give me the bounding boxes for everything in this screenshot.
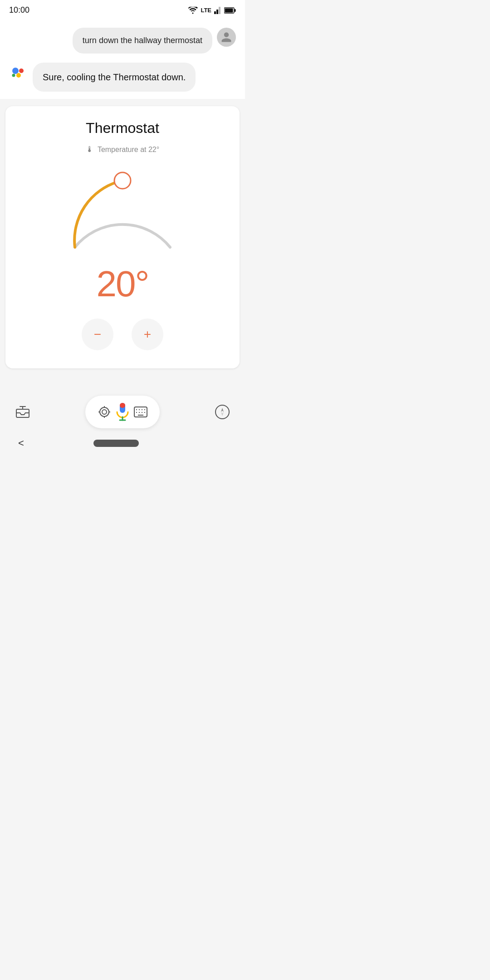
back-button[interactable]: < (18, 437, 24, 449)
user-bubble: turn down the hallway thermostat (73, 28, 212, 54)
svg-marker-34 (221, 408, 224, 412)
status-icons: LTE (188, 7, 236, 14)
temperature-display: 20° (15, 263, 230, 305)
svg-marker-0 (214, 11, 216, 14)
signal-icon (214, 7, 221, 14)
thermometer-icon: 🌡 (86, 145, 94, 154)
nav-bar: < (0, 433, 245, 458)
decrease-button[interactable]: − (82, 318, 113, 350)
svg-marker-2 (219, 7, 220, 14)
microphone-icon[interactable] (113, 402, 132, 422)
svg-point-6 (12, 68, 19, 74)
thermostat-card: Thermostat 🌡 Temperature at 22° 20° − + (5, 106, 240, 368)
battery-icon (224, 7, 236, 14)
chat-area: turn down the hallway thermostat Sure, c… (0, 19, 245, 99)
temperature-label-text: Temperature at 22° (98, 146, 159, 154)
lens-icon[interactable] (96, 404, 113, 420)
outer-toolbar (0, 385, 245, 433)
thermostat-dial[interactable] (50, 159, 195, 259)
controls-row: − + (15, 318, 230, 350)
inbox-icon[interactable] (14, 403, 32, 421)
google-assistant-logo (9, 63, 28, 82)
bottom-area: < (0, 376, 245, 458)
svg-point-7 (19, 69, 24, 73)
svg-point-10 (114, 172, 131, 189)
svg-point-33 (216, 405, 229, 419)
increase-button[interactable]: + (132, 318, 163, 350)
status-time: 10:00 (9, 5, 29, 15)
svg-marker-35 (221, 412, 224, 416)
user-message-row: turn down the hallway thermostat (9, 28, 236, 54)
svg-marker-1 (216, 10, 218, 14)
thermostat-title: Thermostat (15, 120, 230, 137)
assistant-message-row: Sure, cooling the Thermostat down. (9, 63, 236, 92)
temperature-label: 🌡 Temperature at 22° (15, 145, 230, 154)
home-indicator[interactable] (93, 440, 139, 447)
svg-point-9 (12, 74, 15, 77)
user-avatar (217, 28, 236, 47)
assistant-bar (85, 396, 160, 428)
svg-point-13 (100, 407, 109, 416)
person-icon (220, 31, 232, 43)
status-bar: 10:00 LTE (0, 0, 245, 19)
svg-rect-5 (225, 8, 233, 12)
lte-label: LTE (201, 7, 211, 14)
assistant-bubble: Sure, cooling the Thermostat down. (33, 63, 196, 92)
svg-point-14 (102, 410, 107, 414)
keyboard-icon[interactable] (132, 404, 149, 420)
svg-rect-4 (235, 9, 236, 12)
wifi-icon (188, 7, 198, 14)
compass-icon[interactable] (213, 403, 231, 421)
svg-point-8 (16, 73, 21, 78)
svg-rect-20 (120, 403, 125, 408)
